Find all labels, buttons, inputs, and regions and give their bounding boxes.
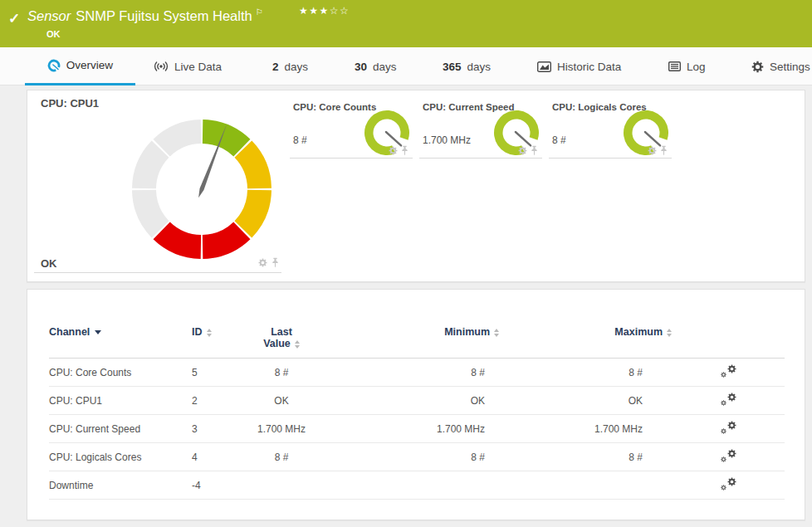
table-row: CPU: CPU1 2 OK OK OK — [49, 387, 785, 415]
gear-icon — [751, 61, 764, 73]
table-row: Downtime -4 — [49, 471, 785, 500]
list-icon — [668, 61, 681, 71]
cell-last-value — [240, 471, 323, 500]
primary-card-actions — [258, 257, 279, 268]
cell-channel: CPU: Logicals Cores — [49, 443, 192, 471]
tab-2-days[interactable]: 2 days — [272, 47, 308, 85]
channel-value: 8 # — [293, 134, 307, 146]
card-actions — [389, 145, 408, 156]
primary-channel-title: CPU: CPU1 — [41, 97, 99, 110]
tab-log[interactable]: Log — [668, 47, 706, 85]
card-actions — [648, 145, 668, 156]
gauges-panel: CPU: CPU1 OK CPU: Core Counts 8 # CPU: C… — [27, 90, 805, 282]
tab-30days-unit: days — [373, 61, 397, 73]
page-title: SNMP Fujitsu System Health — [76, 8, 252, 23]
tab-overview-label: Overview — [66, 59, 113, 71]
gear-icon[interactable] — [389, 146, 398, 155]
divider — [34, 272, 281, 273]
cell-maximum: 1.700 MHz — [499, 415, 672, 443]
cell-id: 2 — [192, 387, 240, 415]
tab-2days-number: 2 — [272, 61, 279, 73]
sensor-title-line: SensorSNMP Fujitsu System Health⚐ — [27, 7, 263, 24]
edit-channel-icon[interactable] — [721, 364, 736, 378]
channel-value: 1.700 MHz — [423, 134, 471, 146]
pin-icon[interactable] — [271, 257, 279, 268]
header-actions — [672, 323, 785, 359]
broadcast-icon — [154, 61, 169, 71]
stars-empty[interactable]: ☆☆ — [330, 5, 350, 17]
tab-2days-unit: days — [285, 61, 309, 73]
cpu1-gauge — [131, 119, 272, 260]
cell-last-value: 1.700 MHz — [240, 415, 323, 443]
tab-settings[interactable]: Settings — [751, 47, 810, 85]
sort-desc-icon[interactable] — [95, 330, 101, 334]
cell-minimum: OK — [323, 387, 499, 415]
cell-channel: CPU: CPU1 — [49, 387, 192, 415]
edit-channel-icon[interactable] — [721, 449, 736, 462]
sort-toggle-icon[interactable] — [494, 329, 499, 337]
tab-log-label: Log — [687, 61, 706, 73]
cell-maximum — [499, 471, 672, 500]
table-row: CPU: Current Speed 3 1.700 MHz 1.700 MHz… — [49, 415, 785, 443]
cell-minimum: 8 # — [323, 443, 499, 471]
pin-icon[interactable] — [660, 145, 668, 156]
cell-id: 5 — [192, 359, 240, 387]
header-channel[interactable]: Channel — [49, 323, 192, 359]
channels-table: Channel ID LastValue Minimum Maximum CPU… — [49, 323, 785, 500]
sort-toggle-icon[interactable] — [207, 329, 212, 337]
cell-id: 3 — [192, 415, 240, 443]
cell-maximum: 8 # — [499, 359, 672, 387]
cell-channel: Downtime — [49, 471, 192, 500]
priority-stars[interactable]: ★★★☆☆ — [299, 5, 350, 17]
area-chart-icon — [537, 61, 551, 72]
stars-filled[interactable]: ★★★ — [299, 5, 330, 17]
primary-channel-status: OK — [41, 257, 57, 270]
tab-settings-label: Settings — [770, 61, 810, 73]
cell-channel: CPU: Current Speed — [49, 415, 192, 443]
tab-overview[interactable]: Overview — [25, 47, 135, 85]
header-id[interactable]: ID — [192, 323, 240, 359]
cell-minimum — [323, 471, 499, 500]
cell-maximum: 8 # — [499, 443, 672, 471]
edit-channel-icon[interactable] — [721, 421, 736, 434]
gear-icon[interactable] — [258, 258, 267, 267]
gauge-card-logicals-cores: CPU: Logicals Cores 8 # — [549, 100, 672, 159]
sort-toggle-icon[interactable] — [667, 329, 672, 337]
tab-365days-unit: days — [467, 61, 492, 73]
pin-icon[interactable] — [531, 145, 538, 156]
tab-365-days[interactable]: 365 days — [443, 47, 491, 85]
sort-toggle-icon[interactable] — [295, 340, 300, 349]
table-row: CPU: Logicals Cores 4 8 # 8 # 8 # — [49, 443, 785, 471]
flag-icon[interactable]: ⚐ — [256, 7, 263, 17]
cell-last-value: 8 # — [240, 359, 323, 387]
tab-30-days[interactable]: 30 days — [355, 47, 397, 85]
card-actions — [518, 145, 538, 156]
cell-last-value: OK — [240, 387, 323, 415]
cell-maximum: OK — [499, 387, 672, 415]
tab-live-data[interactable]: Live Data — [154, 47, 222, 85]
edit-channel-icon[interactable] — [721, 477, 736, 490]
edit-channel-icon[interactable] — [721, 393, 736, 406]
gauge-card-current-speed: CPU: Current Speed 1.700 MHz — [419, 100, 542, 159]
tab-bar: Overview Live Data 2 days 30 days 365 da… — [0, 47, 812, 85]
pin-icon[interactable] — [401, 145, 408, 156]
cell-minimum: 1.700 MHz — [323, 415, 499, 443]
cell-id: 4 — [192, 443, 240, 471]
status-badge: OK — [46, 29, 61, 39]
header-minimum[interactable]: Minimum — [323, 323, 499, 359]
tab-live-label: Live Data — [174, 61, 222, 73]
tab-365days-number: 365 — [443, 61, 462, 73]
tab-historic-label: Historic Data — [557, 61, 621, 73]
gear-icon[interactable] — [648, 146, 657, 155]
cell-last-value: 8 # — [240, 443, 323, 471]
channel-value: 8 # — [552, 134, 566, 146]
gauge-icon — [47, 59, 61, 72]
tab-historic-data[interactable]: Historic Data — [537, 47, 621, 85]
table-header-row: Channel ID LastValue Minimum Maximum — [49, 323, 785, 359]
gauge-card-core-counts: CPU: Core Counts 8 # — [290, 100, 413, 159]
sensor-header: ✓ SensorSNMP Fujitsu System Health⚐ ★★★☆… — [0, 0, 812, 47]
cell-minimum: 8 # — [323, 359, 499, 387]
header-maximum[interactable]: Maximum — [499, 323, 672, 359]
gear-icon[interactable] — [518, 146, 527, 155]
header-last-value[interactable]: LastValue — [240, 323, 323, 359]
